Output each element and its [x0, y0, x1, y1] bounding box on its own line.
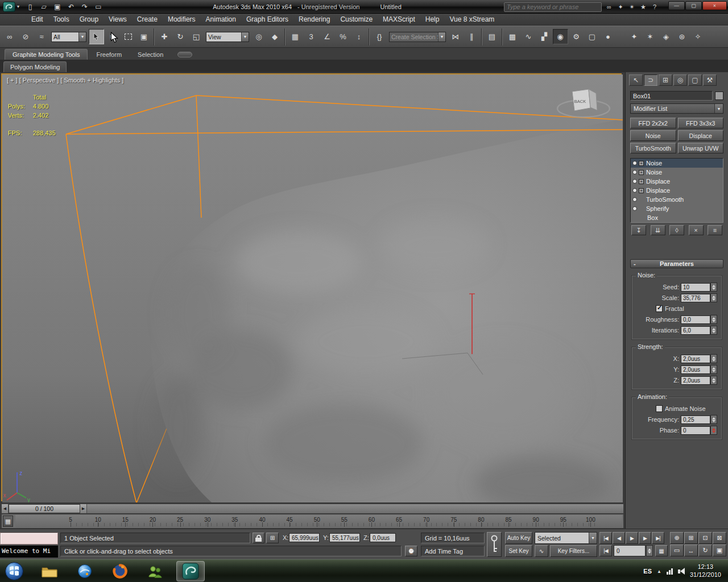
mirror-icon[interactable]: ⋈ — [448, 29, 464, 44]
menu-item-group[interactable]: Group — [75, 14, 104, 25]
stack-item-noise[interactable]: Noise — [631, 159, 723, 168]
show-end-result-icon[interactable]: ⇊ — [651, 225, 665, 235]
unlink-selection-icon[interactable]: ⊘ — [18, 29, 34, 44]
search-binoculars-icon[interactable]: ∞ — [604, 2, 614, 12]
z-coordinate-field[interactable]: 0,0uus — [370, 533, 396, 542]
time-configuration-icon[interactable]: ▦ — [655, 545, 668, 556]
remove-modifier-icon[interactable]: × — [689, 225, 704, 235]
stack-item-noise[interactable]: Noise — [631, 168, 723, 177]
ribbon-collapse-button[interactable] — [177, 52, 192, 57]
play-icon[interactable]: ▶ — [626, 532, 638, 544]
help-icon[interactable]: ? — [650, 2, 660, 12]
modifier-button-turbosmooth[interactable]: TurboSmooth — [630, 143, 676, 153]
window-crossing-icon[interactable]: ▣ — [136, 29, 152, 44]
selection-lock-icon[interactable] — [253, 533, 264, 543]
modifier-button-unwrap-uvw[interactable]: Unwrap UVW — [678, 143, 724, 153]
show-hidden-icons-arrow[interactable]: ▲ — [657, 569, 661, 574]
frequency-spinner[interactable] — [710, 415, 717, 424]
roughness-field[interactable]: 0,0 — [681, 315, 710, 324]
material-editor-icon[interactable]: ◉ — [553, 29, 568, 44]
pan-icon[interactable]: ↔ — [684, 544, 698, 556]
key-filters-button[interactable]: Key Filters... — [550, 545, 597, 557]
display-tab-icon[interactable]: ▢ — [688, 74, 702, 86]
key-filter-curve-icon[interactable]: ∿ — [535, 545, 548, 557]
snap-toggle-3d-icon[interactable]: 3 — [304, 29, 319, 44]
modifier-button-displace[interactable]: Displace — [678, 130, 724, 141]
maximize-button[interactable]: ▢ — [685, 1, 702, 10]
communication-center-icon[interactable]: ✴ — [627, 2, 637, 12]
user-accounts-icon[interactable] — [141, 561, 169, 581]
stack-item-turbosmooth[interactable]: TurboSmooth — [631, 195, 723, 204]
object-name-field[interactable]: Box01 — [630, 91, 713, 101]
maxscript-mini-listener[interactable]: Welcome to Mi — [0, 546, 58, 558]
menu-item-rendering[interactable]: Rendering — [293, 14, 335, 25]
minimize-button[interactable]: — — [668, 1, 685, 10]
viewcube-face-label[interactable]: BACK — [574, 99, 586, 104]
application-menu-button[interactable]: ▼ — [1, 1, 22, 13]
configure-modifier-sets-icon[interactable]: ≡ — [708, 225, 722, 235]
rendered-frame-window-icon[interactable]: ▢ — [585, 29, 600, 44]
named-selection-dropdown[interactable]: Create Selection Se▼ — [389, 32, 446, 42]
set-key-button[interactable]: Set Key — [505, 545, 532, 557]
align-icon[interactable]: ∥ — [464, 29, 479, 44]
expand-subobjects-icon[interactable] — [639, 179, 644, 184]
menu-item-vue-8-xstream[interactable]: Vue 8 xStream — [444, 14, 499, 25]
zoom-extents-all-icon[interactable]: ⊠ — [713, 532, 726, 544]
modifier-button-ffd-3x3x3[interactable]: FFD 3x3x3 — [678, 118, 724, 128]
zoom-region-icon[interactable]: ▭ — [670, 544, 684, 556]
modifier-enable-bulb-icon[interactable] — [632, 161, 637, 165]
menu-item-tools[interactable]: Tools — [48, 14, 75, 25]
time-slider[interactable]: ◀ 0 / 100 ▶ — [1, 504, 624, 514]
spinner-snap-icon[interactable]: ↕ — [351, 29, 367, 44]
previous-key-icon[interactable]: |◀ — [599, 545, 612, 556]
new-scene-icon[interactable]: ▯ — [24, 1, 36, 12]
select-and-link-icon[interactable]: ∞ — [2, 29, 18, 44]
time-slider-handle[interactable]: 0 / 100 — [9, 504, 80, 513]
selection-filter-dropdown[interactable]: All▼ — [51, 32, 86, 42]
angle-snap-icon[interactable]: ∠ — [320, 29, 335, 44]
strength-z-field[interactable]: 2,0uus — [681, 376, 710, 385]
auto-key-button[interactable]: Auto Key — [505, 532, 532, 544]
utilities-tab-icon[interactable]: ⚒ — [703, 74, 717, 86]
modify-tab-icon[interactable]: ⊃ — [644, 74, 657, 86]
absolute-mode-toggle-icon[interactable]: ⊞ — [266, 533, 279, 543]
modifier-enable-bulb-icon[interactable] — [632, 188, 637, 193]
current-frame-field[interactable]: 0 — [614, 545, 646, 556]
roughness-spinner[interactable] — [710, 315, 717, 324]
vue-plugin-icon-2[interactable]: ✶ — [643, 29, 658, 44]
fractal-checkbox[interactable] — [656, 305, 663, 312]
render-setup-icon[interactable]: ⚙ — [569, 29, 584, 44]
macro-recorder-line[interactable] — [0, 533, 58, 544]
viewport-canvas[interactable]: BACK z x y — [2, 74, 623, 502]
key-mode-dropdown[interactable]: Selected ▼ — [535, 532, 597, 544]
phase-spinner-animated[interactable] — [710, 426, 717, 435]
object-color-swatch[interactable] — [715, 92, 723, 100]
add-time-tag-field[interactable]: Add Time Tag — [421, 546, 485, 556]
hierarchy-tab-icon[interactable]: ⊞ — [659, 74, 672, 86]
next-frame-arrow-icon[interactable]: ▶ — [80, 504, 87, 513]
select-and-rotate-icon[interactable]: ↻ — [173, 29, 188, 44]
mini-curve-editor-icon[interactable]: ▦ — [3, 516, 13, 527]
strength-x-spinner[interactable] — [710, 354, 717, 363]
expand-subobjects-icon[interactable] — [639, 188, 644, 193]
frequency-field[interactable]: 0,25 — [681, 415, 710, 424]
zoom-all-icon[interactable]: ⊞ — [684, 532, 698, 544]
perspective-viewport[interactable]: BACK z x y [ + ] [ Perspective ] [ Smoot… — [1, 73, 622, 501]
select-and-manipulate-icon[interactable]: ◆ — [267, 29, 283, 44]
parameters-rollout-header[interactable]: Parameters — [630, 259, 723, 268]
menu-item-create[interactable]: Create — [132, 14, 163, 25]
volume-icon[interactable] — [678, 568, 685, 575]
seed-field[interactable]: 10 — [681, 283, 710, 292]
zoom-icon[interactable]: ⊕ — [670, 532, 684, 544]
undo-icon[interactable]: ↶ — [65, 1, 77, 12]
save-file-icon[interactable]: ▣ — [51, 1, 64, 12]
set-keys-key-icon[interactable] — [487, 532, 502, 557]
next-frame-icon[interactable]: ▶ — [639, 532, 651, 544]
stack-item-spherify[interactable]: Spherify — [631, 204, 723, 213]
bind-to-space-warp-icon[interactable]: ≈ — [34, 29, 49, 44]
vue-plugin-icon-5[interactable]: ✧ — [690, 29, 706, 44]
seed-spinner[interactable] — [710, 282, 717, 292]
menu-item-maxscript[interactable]: MAXScript — [378, 14, 420, 25]
render-production-icon[interactable]: ● — [601, 29, 616, 44]
zoom-extents-icon[interactable]: ⊡ — [698, 532, 712, 544]
